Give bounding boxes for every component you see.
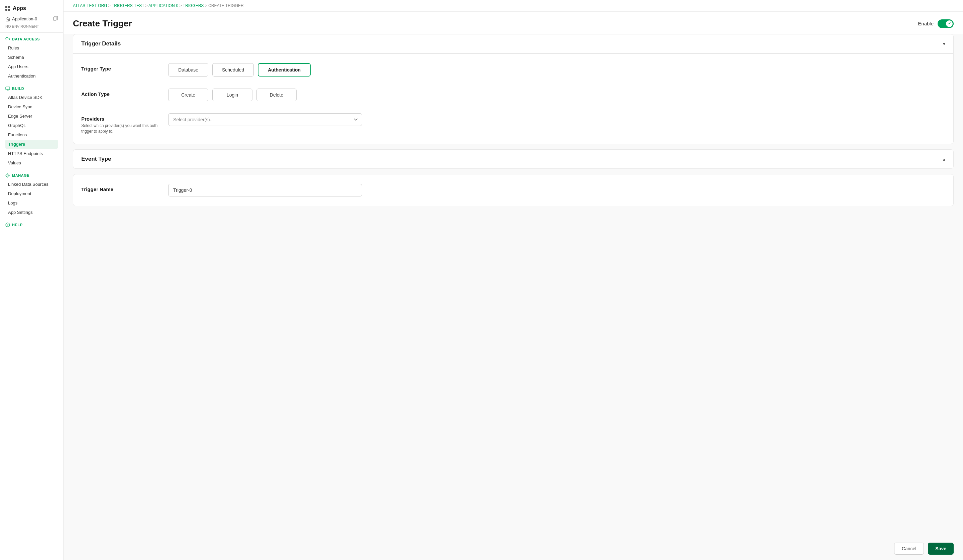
no-environment-label: NO ENVIRONMENT xyxy=(5,23,58,28)
trigger-type-btn-group: Database Scheduled Authentication xyxy=(168,63,945,76)
sidebar-item-deployment[interactable]: Deployment xyxy=(5,189,58,198)
sidebar-item-https-endpoints[interactable]: HTTPS Endpoints xyxy=(5,149,58,158)
apps-label: Apps xyxy=(13,5,26,11)
trigger-name-input[interactable] xyxy=(168,184,362,196)
breadcrumb-sep-4: > xyxy=(205,3,208,8)
page-title: Create Trigger xyxy=(73,18,132,29)
app-row: Application-0 xyxy=(5,15,58,23)
sidebar-item-schema[interactable]: Schema xyxy=(5,53,58,62)
sidebar-item-app-users[interactable]: App Users xyxy=(5,62,58,71)
trigger-type-database-btn[interactable]: Database xyxy=(168,63,208,76)
svg-point-3 xyxy=(7,175,8,176)
trigger-details-title: Trigger Details xyxy=(81,40,121,47)
main-content: ATLAS-TEST-ORG > TRIGGERS-TEST > APPLICA… xyxy=(63,0,963,560)
home-icon xyxy=(5,17,10,21)
sidebar-item-edge-server[interactable]: Edge Server xyxy=(5,112,58,121)
breadcrumb: ATLAS-TEST-ORG > TRIGGERS-TEST > APPLICA… xyxy=(63,0,963,12)
trigger-name-card: Trigger Name xyxy=(73,174,954,206)
app-name-label: Application-0 xyxy=(12,16,37,21)
breadcrumb-create-trigger: CREATE TRIGGER xyxy=(208,3,244,8)
sidebar-section-manage: MANAGE Linked Data Sources Deployment Lo… xyxy=(0,169,63,218)
breadcrumb-triggers-test[interactable]: TRIGGERS-TEST xyxy=(112,3,144,8)
trigger-name-label-col: Trigger Name xyxy=(81,184,168,192)
cancel-button[interactable]: Cancel xyxy=(894,543,924,555)
svg-rect-0 xyxy=(7,19,8,21)
breadcrumb-sep-3: > xyxy=(180,3,183,8)
monitor-icon xyxy=(5,86,10,91)
page-header: Create Trigger Enable ✓ xyxy=(63,12,963,34)
action-type-label: Action Type xyxy=(81,91,168,97)
breadcrumb-application-0[interactable]: APPLICATION-0 xyxy=(148,3,178,8)
apps-nav-item[interactable]: Apps xyxy=(5,4,58,15)
event-type-title: Event Type xyxy=(81,156,111,162)
app-name[interactable]: Application-0 xyxy=(5,16,37,21)
sidebar-item-functions[interactable]: Functions xyxy=(5,130,58,139)
providers-sublabel: Select which provider(s) you want this a… xyxy=(81,123,168,134)
sidebar-item-rules[interactable]: Rules xyxy=(5,44,58,52)
copy-icon[interactable] xyxy=(53,16,58,22)
sidebar-section-help: HELP xyxy=(0,218,63,231)
action-type-label-col: Action Type xyxy=(81,89,168,97)
sidebar-top: Apps Application-0 NO ENVIRONMENT xyxy=(0,0,63,33)
action-type-control: Create Login Delete xyxy=(168,89,945,101)
trigger-details-chevron-icon[interactable]: ▾ xyxy=(943,41,945,47)
trigger-details-header: Trigger Details ▾ xyxy=(73,34,953,53)
content-area: Trigger Details ▾ Trigger Type Database … xyxy=(63,34,963,537)
trigger-type-authentication-btn[interactable]: Authentication xyxy=(258,63,311,76)
sidebar-item-linked-data-sources[interactable]: Linked Data Sources xyxy=(5,180,58,189)
trigger-details-card: Trigger Details ▾ Trigger Type Database … xyxy=(73,34,954,144)
action-type-login-btn[interactable]: Login xyxy=(212,89,253,101)
help-icon xyxy=(5,223,10,227)
apps-grid-icon xyxy=(5,6,10,11)
bottom-action-bar: Cancel Save xyxy=(63,537,963,560)
trigger-type-row: Trigger Type Database Scheduled Authenti… xyxy=(81,63,945,76)
section-title-manage: MANAGE xyxy=(5,173,58,178)
section-title-data-access: DATA ACCESS xyxy=(5,37,58,41)
trigger-name-control xyxy=(168,184,945,196)
toggle-check-icon: ✓ xyxy=(948,21,951,26)
trigger-name-body: Trigger Name xyxy=(73,175,953,206)
sidebar-section-data-access: DATA ACCESS Rules Schema App Users Authe… xyxy=(0,33,63,82)
breadcrumb-sep-1: > xyxy=(109,3,112,8)
sidebar-section-build: BUILD Atlas Device SDK Device Sync Edge … xyxy=(0,82,63,169)
toggle-knob: ✓ xyxy=(946,20,953,27)
sidebar-item-graphql[interactable]: GraphQL xyxy=(5,121,58,130)
section-title-build: BUILD xyxy=(5,86,58,91)
breadcrumb-sep-2: > xyxy=(145,3,148,8)
trigger-name-row: Trigger Name xyxy=(81,184,945,196)
providers-row: Providers Select which provider(s) you w… xyxy=(81,113,945,134)
providers-label: Providers xyxy=(81,116,168,121)
event-type-chevron-icon[interactable]: ▴ xyxy=(943,156,945,162)
section-title-help: HELP xyxy=(5,223,58,227)
cloud-icon xyxy=(5,37,10,41)
event-type-card: Event Type ▴ xyxy=(73,149,954,169)
event-type-header: Event Type ▴ xyxy=(73,150,953,168)
action-type-btn-group: Create Login Delete xyxy=(168,89,945,101)
enable-label: Enable xyxy=(918,21,934,26)
sidebar: Apps Application-0 NO ENVIRONMENT xyxy=(0,0,63,560)
sidebar-item-atlas-device-sdk[interactable]: Atlas Device SDK xyxy=(5,93,58,102)
sidebar-item-authentication[interactable]: Authentication xyxy=(5,71,58,81)
sidebar-item-app-settings[interactable]: App Settings xyxy=(5,208,58,217)
action-type-row: Action Type Create Login Delete xyxy=(81,89,945,101)
sidebar-item-device-sync[interactable]: Device Sync xyxy=(5,102,58,111)
enable-toggle[interactable]: ✓ xyxy=(938,19,954,28)
providers-control: Select provider(s)... xyxy=(168,113,945,126)
breadcrumb-triggers[interactable]: TRIGGERS xyxy=(183,3,204,8)
sidebar-item-triggers[interactable]: Triggers xyxy=(5,140,58,149)
trigger-details-body: Trigger Type Database Scheduled Authenti… xyxy=(73,54,953,144)
gear-icon xyxy=(5,173,10,178)
action-type-delete-btn[interactable]: Delete xyxy=(256,89,297,101)
svg-rect-1 xyxy=(54,17,56,20)
svg-rect-2 xyxy=(6,87,10,89)
sidebar-item-logs[interactable]: Logs xyxy=(5,199,58,207)
trigger-type-scheduled-btn[interactable]: Scheduled xyxy=(212,63,254,76)
trigger-type-control: Database Scheduled Authentication xyxy=(168,63,945,76)
save-button[interactable]: Save xyxy=(928,543,954,555)
breadcrumb-atlas-test-org[interactable]: ATLAS-TEST-ORG xyxy=(73,3,107,8)
providers-label-col: Providers Select which provider(s) you w… xyxy=(81,113,168,134)
sidebar-item-values[interactable]: Values xyxy=(5,159,58,167)
action-type-create-btn[interactable]: Create xyxy=(168,89,208,101)
trigger-type-label-col: Trigger Type xyxy=(81,63,168,71)
providers-select[interactable]: Select provider(s)... xyxy=(168,113,362,126)
